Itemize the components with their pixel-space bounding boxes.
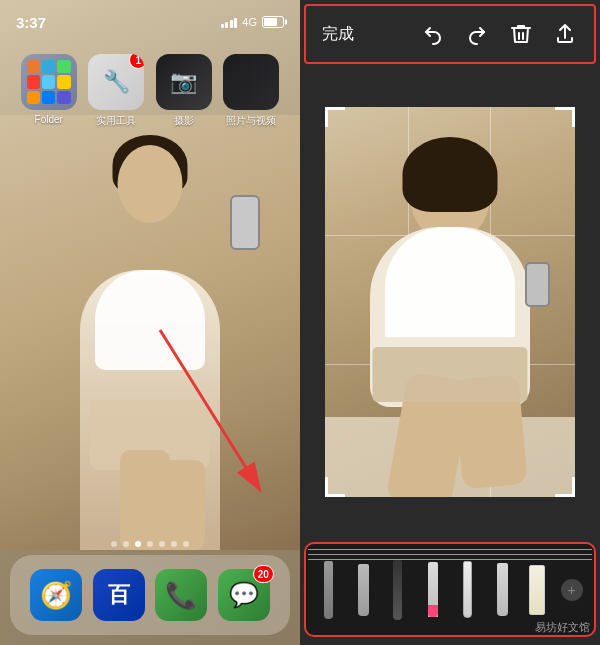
tool-pencil-1[interactable] xyxy=(314,555,343,625)
app-label-camera: 摄影 xyxy=(174,114,194,128)
tool-ruler[interactable] xyxy=(523,555,552,625)
app-item-folder[interactable]: Folder xyxy=(20,54,78,128)
watermark: 易坊好文馆 xyxy=(535,620,590,635)
dot-7 xyxy=(183,541,189,547)
ruler-icon xyxy=(529,565,545,615)
photo-edit-area xyxy=(310,68,590,535)
messages-icon: 💬 xyxy=(229,581,259,609)
network-label: 4G xyxy=(242,16,257,28)
left-photo-area xyxy=(0,115,300,550)
pencil-6-icon xyxy=(497,563,508,616)
battery-icon xyxy=(262,16,284,28)
tool-pencil-3[interactable] xyxy=(384,555,413,625)
left-panel: 3:37 4G xyxy=(0,0,300,645)
page-dots xyxy=(0,541,300,547)
app-label-folder: Folder xyxy=(35,114,63,125)
dock-phone[interactable]: 📞 xyxy=(155,569,207,621)
folder-icon[interactable] xyxy=(21,54,77,110)
signal-bar-4 xyxy=(234,18,237,28)
camera-icon-glyph: 📷 xyxy=(170,69,197,95)
folder-inner-6 xyxy=(57,75,70,88)
right-phone-in-hand xyxy=(525,262,550,307)
photo-frame xyxy=(325,107,575,497)
signal-icon xyxy=(221,16,238,28)
right-shorts xyxy=(373,347,528,402)
trash-icon xyxy=(509,22,533,46)
dock-baidu[interactable]: 百 xyxy=(93,569,145,621)
crop-corner-bl xyxy=(325,477,345,497)
status-bar: 3:37 4G xyxy=(0,0,300,44)
folder-inner-9 xyxy=(57,91,70,104)
pencil-2-icon xyxy=(358,564,369,616)
tool-pencil-4[interactable] xyxy=(418,555,447,625)
tool-add[interactable]: + xyxy=(557,555,586,625)
pencil-5-icon xyxy=(463,561,472,618)
ruler-line-1 xyxy=(308,549,592,550)
signal-bar-2 xyxy=(225,22,228,28)
crop-corner-tr xyxy=(555,107,575,127)
safari-icon: 🧭 xyxy=(40,580,72,611)
utilities-icon-glyph: 🔧 xyxy=(103,69,130,95)
folder-inner-1 xyxy=(27,60,40,73)
tool-pencil-5[interactable] xyxy=(453,555,482,625)
share-button[interactable] xyxy=(552,21,578,47)
shirt xyxy=(95,270,205,370)
dock-safari[interactable]: 🧭 xyxy=(30,569,82,621)
folder-inner-7 xyxy=(27,91,40,104)
folder-inner-4 xyxy=(27,75,40,88)
undo-icon xyxy=(421,22,445,46)
phone-in-hand xyxy=(230,195,260,250)
tool-pencil-6[interactable] xyxy=(488,555,517,625)
pencil-4-body xyxy=(428,562,438,617)
photos-icon[interactable] xyxy=(223,54,279,110)
delete-button[interactable] xyxy=(508,21,534,47)
pencil-3-icon xyxy=(393,560,402,620)
status-time: 3:37 xyxy=(16,14,46,31)
pencil-1-icon xyxy=(324,561,333,619)
ruler-line-3 xyxy=(308,559,592,560)
folder-inner-8 xyxy=(42,91,55,104)
app-item-camera[interactable]: 📷 摄影 xyxy=(155,54,213,128)
baidu-icon: 百 xyxy=(108,580,130,610)
dot-2 xyxy=(123,541,129,547)
right-panel: 完成 xyxy=(300,0,600,645)
phone-icon: 📞 xyxy=(165,580,197,611)
tool-pencil-2[interactable] xyxy=(349,555,378,625)
ruler-line-2 xyxy=(308,554,592,555)
right-figure-hair xyxy=(403,137,498,212)
signal-bar-3 xyxy=(230,20,233,28)
utilities-icon[interactable]: 🔧 1 xyxy=(88,54,144,110)
app-item-utilities[interactable]: 🔧 1 实用工具 xyxy=(88,54,146,128)
done-button[interactable]: 完成 xyxy=(322,24,354,45)
messages-badge: 20 xyxy=(253,565,274,583)
left-bg-photo xyxy=(0,115,300,550)
pencil-4-tip xyxy=(428,605,438,617)
figure-head xyxy=(118,145,183,223)
dot-6 xyxy=(171,541,177,547)
add-tool-button[interactable]: + xyxy=(561,579,583,601)
dot-3 xyxy=(135,541,141,547)
folder-inner-2 xyxy=(42,60,55,73)
dock: 🧭 百 📞 💬 20 xyxy=(10,555,290,635)
redo-button[interactable] xyxy=(464,21,490,47)
dot-5 xyxy=(159,541,165,547)
folder-inner-3 xyxy=(57,60,70,73)
share-icon xyxy=(553,22,577,46)
right-shirt xyxy=(385,227,515,337)
app-label-utilities: 实用工具 xyxy=(96,114,136,128)
leg-right xyxy=(155,460,205,550)
crop-corner-tl xyxy=(325,107,345,127)
figure-body xyxy=(80,270,220,550)
app-grid: Folder 🔧 1 实用工具 📷 摄影 照片与视频 xyxy=(0,54,300,128)
camera-icon[interactable]: 📷 xyxy=(156,54,212,110)
utilities-badge: 1 xyxy=(129,54,144,69)
toolbar: 完成 xyxy=(304,4,596,64)
app-item-photos[interactable]: 照片与视频 xyxy=(223,54,281,128)
status-icons: 4G xyxy=(221,16,284,28)
dock-messages[interactable]: 💬 20 xyxy=(218,569,270,621)
folder-inner-5 xyxy=(42,75,55,88)
undo-button[interactable] xyxy=(420,21,446,47)
signal-bar-1 xyxy=(221,24,224,28)
crop-corner-br xyxy=(555,477,575,497)
toolbar-actions xyxy=(420,21,578,47)
